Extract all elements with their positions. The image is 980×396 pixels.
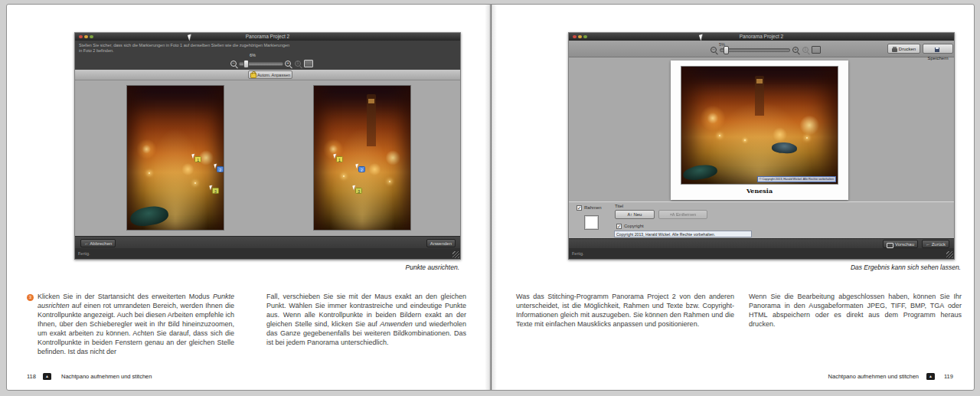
output-options-panel: Rahmen Titel A↕ Neu ×A Entfernen Copyrig… bbox=[569, 201, 954, 239]
zoom-percentage: 6% bbox=[250, 53, 256, 57]
instruction-text: Stellen Sie sicher, dass sich die Markie… bbox=[79, 43, 293, 54]
frame-color-swatch[interactable] bbox=[584, 215, 599, 230]
body-column-2: Wenn Sie die Bearbeitung abgeschlossen h… bbox=[749, 292, 962, 329]
zoom-window-icon[interactable] bbox=[90, 35, 93, 39]
page-number: 118 bbox=[27, 373, 36, 380]
preview-label: Vorschau bbox=[895, 242, 914, 247]
back-arrow-icon: ← bbox=[926, 242, 930, 247]
lamp-glow bbox=[343, 175, 345, 177]
lamp-glow bbox=[719, 135, 720, 136]
frame-label: Rahmen bbox=[584, 205, 602, 210]
status-bar: Fertig. bbox=[75, 248, 460, 259]
lamp-glow bbox=[744, 139, 746, 141]
boat-shape bbox=[682, 162, 718, 182]
fit-screen-icon[interactable] bbox=[304, 60, 313, 67]
cancel-button[interactable]: ← Abbrechen bbox=[80, 239, 116, 247]
zoom-out-icon[interactable]: − bbox=[230, 61, 238, 68]
control-point-1[interactable]: 1 bbox=[336, 156, 343, 162]
copyright-input[interactable] bbox=[614, 231, 752, 237]
toolbar: 5% − + 1 Drucken Speichern bbox=[569, 41, 954, 57]
print-button[interactable]: Drucken bbox=[887, 44, 920, 54]
zoom-out-icon[interactable]: − bbox=[710, 47, 718, 54]
panorama-window-result: Panorama Project 2 5% − + 1 Drucken Spei… bbox=[568, 32, 955, 260]
close-icon[interactable] bbox=[79, 35, 83, 39]
remove-label: Entfernen bbox=[676, 212, 696, 217]
copyright-checkbox[interactable] bbox=[616, 224, 622, 229]
close-icon[interactable] bbox=[573, 35, 577, 39]
auto-adjust-label: Autom. Anpassen bbox=[257, 73, 290, 77]
panorama-print: © Copyright 2013, Harald Wickel. Alle Re… bbox=[671, 61, 848, 200]
control-point-1[interactable]: 1 bbox=[194, 156, 201, 162]
page-number: 119 bbox=[944, 373, 953, 380]
campanile-shape bbox=[367, 94, 375, 146]
book-spread-screenshot: Panorama Project 2 Stellen Sie sicher, d… bbox=[0, 0, 980, 396]
lamp-glow bbox=[194, 182, 196, 184]
minimize-icon[interactable] bbox=[578, 35, 582, 39]
panorama-image: © Copyright 2013, Harald Wickel. Alle Re… bbox=[681, 66, 838, 185]
print-label: Drucken bbox=[899, 47, 916, 51]
save-button[interactable]: Speichern bbox=[923, 44, 953, 54]
back-button[interactable]: ← Zurück bbox=[922, 240, 949, 248]
boat-shape bbox=[129, 204, 170, 228]
status-text: Fertig. bbox=[572, 251, 584, 256]
lamp-glow bbox=[806, 137, 808, 139]
window-titlebar[interactable]: Panorama Project 2 bbox=[75, 33, 460, 41]
preview-icon bbox=[887, 243, 893, 248]
control-point-header: Stellen Sie sicher, dass sich die Markie… bbox=[75, 41, 460, 70]
text-icon: A↕ bbox=[628, 211, 632, 219]
chapter-image-icon: ▲ bbox=[43, 373, 51, 380]
fit-screen-icon[interactable] bbox=[812, 46, 821, 54]
copyright-label: Copyright bbox=[624, 224, 644, 228]
text-icon: ×A bbox=[670, 211, 675, 219]
padlock-icon bbox=[250, 73, 256, 78]
remove-title-button[interactable]: ×A Entfernen bbox=[658, 210, 707, 219]
zoom-in-icon[interactable]: + bbox=[285, 61, 292, 68]
body-column-1: Was das Stitching-Programm Panorama Proj… bbox=[516, 292, 734, 329]
minimize-icon[interactable] bbox=[84, 35, 88, 39]
window-title: Panorama Project 2 bbox=[740, 34, 783, 39]
zoom-slider-thumb[interactable] bbox=[724, 46, 729, 54]
auto-adjust-button[interactable]: Autom. Anpassen bbox=[248, 70, 292, 79]
zoom-slider[interactable] bbox=[239, 62, 283, 66]
control-point-3[interactable]: 3 bbox=[355, 188, 362, 194]
resize-grip[interactable] bbox=[946, 251, 953, 258]
zoom-reset-icon[interactable]: 1 bbox=[295, 61, 302, 68]
step-number-badge: 3 bbox=[27, 294, 34, 301]
body-column-2: Fall, verschieben Sie sie mit der Maus e… bbox=[266, 292, 466, 347]
action-bar: ← Abbrechen Anwenden bbox=[75, 236, 460, 249]
boat-shape bbox=[772, 142, 797, 154]
chapter-image-icon: ▲ bbox=[926, 373, 935, 380]
copyright-watermark: © Copyright 2013, Harald Wickel. Alle Re… bbox=[757, 176, 836, 182]
zoom-window-icon[interactable] bbox=[583, 35, 587, 39]
window-titlebar[interactable]: Panorama Project 2 bbox=[569, 33, 954, 41]
new-title-button[interactable]: A↕ Neu bbox=[615, 210, 655, 219]
panorama-window-points: Panorama Project 2 Stellen Sie sicher, d… bbox=[74, 32, 461, 260]
apply-button[interactable]: Anwenden bbox=[426, 239, 456, 247]
control-point-2[interactable]: 2 bbox=[358, 166, 365, 172]
resize-grip[interactable] bbox=[452, 251, 459, 258]
status-text: Fertig. bbox=[78, 251, 90, 256]
action-bar: Vorschau ← Zurück bbox=[569, 238, 954, 249]
window-title: Panorama Project 2 bbox=[246, 34, 289, 39]
save-icon bbox=[935, 47, 939, 52]
campanile-shape bbox=[755, 76, 764, 116]
figure-caption: Das Ergebnis kann sich sehen lassen. bbox=[808, 263, 961, 271]
frame-checkbox[interactable] bbox=[577, 205, 582, 211]
save-label: Speichern bbox=[927, 56, 948, 61]
photo-2[interactable]: 1 2 3 bbox=[313, 85, 411, 231]
control-point-2[interactable]: 2 bbox=[217, 166, 224, 172]
chapter-title: Nachtpano aufnehmen und stitchen bbox=[815, 373, 919, 380]
back-arrow-icon: ← bbox=[84, 241, 89, 246]
preview-button[interactable]: Vorschau bbox=[883, 240, 918, 248]
zoom-reset-icon[interactable]: 1 bbox=[802, 47, 810, 54]
control-point-3[interactable]: 3 bbox=[212, 188, 219, 194]
lamp-glow bbox=[389, 181, 390, 182]
new-label: Neu bbox=[633, 212, 642, 217]
zoom-in-icon[interactable]: + bbox=[792, 47, 800, 54]
apply-label: Anwenden bbox=[430, 241, 452, 246]
photo-1[interactable]: 1 2 3 bbox=[126, 85, 224, 231]
zoom-slider-thumb[interactable] bbox=[243, 60, 249, 68]
lamp-glow bbox=[149, 172, 150, 174]
zoom-slider[interactable] bbox=[720, 48, 790, 52]
cancel-label: Abbrechen bbox=[90, 241, 112, 246]
